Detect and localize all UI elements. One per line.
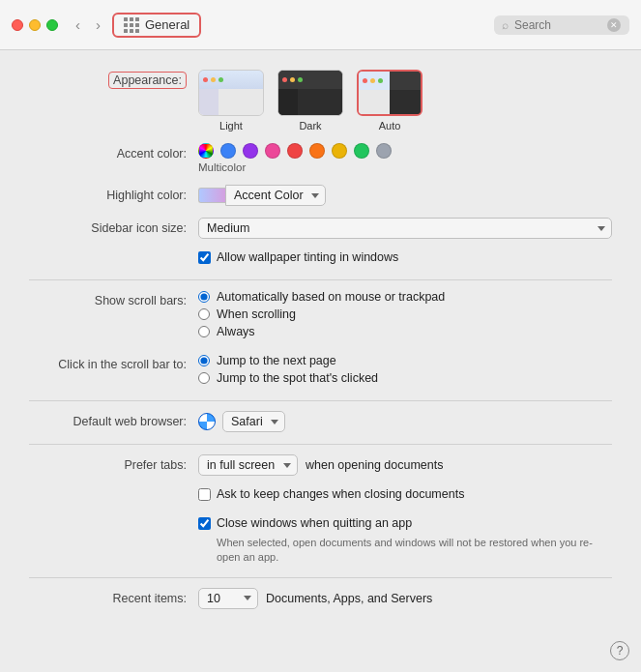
click-next-page-row: Jump to the next page xyxy=(198,354,612,367)
wallpaper-tinting-row: Allow wallpaper tinting in windows xyxy=(29,250,612,268)
divider-4 xyxy=(29,577,612,578)
ask-keep-row: Ask to keep changes when closing documen… xyxy=(29,487,612,505)
close-windows-checkbox-row: Close windows when quitting an app xyxy=(198,516,612,530)
close-windows-description: When selected, open documents and window… xyxy=(217,536,612,566)
appearance-dark-thumb xyxy=(277,70,343,116)
highlight-preview xyxy=(198,188,225,203)
appearance-label: Appearance: xyxy=(108,72,187,89)
click-spot-label: Jump to the spot that's clicked xyxy=(217,371,378,385)
minimize-button[interactable] xyxy=(29,19,41,31)
prefer-tabs-select[interactable]: always in full screen manually xyxy=(198,454,298,476)
click-spot-row: Jump to the spot that's clicked xyxy=(198,371,612,385)
traffic-lights xyxy=(12,19,58,31)
accent-pink[interactable] xyxy=(265,143,280,159)
prefer-tabs-label: Prefer tabs: xyxy=(29,454,198,472)
divider-2 xyxy=(29,400,612,401)
close-windows-label: Close windows when quitting an app xyxy=(217,516,412,530)
prefer-tabs-control: always in full screen manually when open… xyxy=(198,454,612,476)
recent-items-suffix: Documents, Apps, and Servers xyxy=(266,592,432,605)
scroll-auto-row: Automatically based on mouse or trackpad xyxy=(198,290,612,304)
accent-graphite[interactable] xyxy=(376,143,392,159)
appearance-auto[interactable]: Auto xyxy=(357,70,422,131)
appearance-light-thumb xyxy=(198,70,264,116)
window-title: General xyxy=(145,17,189,32)
scroll-always-radio[interactable] xyxy=(198,326,210,337)
highlight-color-label: Highlight color: xyxy=(29,185,198,202)
accent-orange[interactable] xyxy=(309,143,325,159)
search-clear-button[interactable]: ✕ xyxy=(607,18,621,32)
default-browser-label: Default web browser: xyxy=(29,411,198,428)
close-button[interactable] xyxy=(12,19,23,31)
browser-select[interactable]: Safari xyxy=(222,411,285,432)
forward-button[interactable]: › xyxy=(92,15,104,35)
scroll-when-label: When scrolling xyxy=(217,307,296,321)
sidebar-icon-size-row: Sidebar icon size: Small Medium Large xyxy=(29,218,612,239)
show-scroll-bars-label: Show scroll bars: xyxy=(29,290,198,307)
accent-colors xyxy=(198,143,612,159)
highlight-color-row: Highlight color: Accent Color xyxy=(29,185,612,206)
click-next-page-label: Jump to the next page xyxy=(217,354,336,367)
browser-select-row: Safari xyxy=(198,411,612,432)
click-next-page-radio[interactable] xyxy=(198,355,210,366)
search-bar[interactable]: ⌕ ✕ xyxy=(494,15,629,35)
help-button[interactable]: ? xyxy=(610,641,629,660)
appearance-dark-label: Dark xyxy=(299,120,321,131)
ask-keep-label: Ask to keep changes when closing documen… xyxy=(217,487,464,501)
title-section: General xyxy=(112,13,201,38)
divider-3 xyxy=(29,444,612,445)
prefer-tabs-suffix: when opening documents xyxy=(306,458,443,472)
accent-color-label: Accent color: xyxy=(29,143,198,161)
titlebar: ‹ › General ⌕ ✕ xyxy=(0,0,641,50)
close-windows-row: Close windows when quitting an app When … xyxy=(29,516,612,566)
accent-selected-label: Multicolor xyxy=(198,161,612,173)
back-button[interactable]: ‹ xyxy=(72,15,84,35)
highlight-select-wrap: Accent Color xyxy=(198,185,612,206)
search-icon: ⌕ xyxy=(502,18,509,32)
accent-green[interactable] xyxy=(354,143,369,159)
grid-icon xyxy=(124,17,139,33)
wallpaper-tinting-checkbox-row: Allow wallpaper tinting in windows xyxy=(198,250,612,264)
appearance-dark[interactable]: Dark xyxy=(277,70,343,131)
wallpaper-tinting-label: Allow wallpaper tinting in windows xyxy=(217,250,398,264)
accent-blue[interactable] xyxy=(220,143,236,159)
scroll-when-row: When scrolling xyxy=(198,307,612,321)
default-browser-row: Default web browser: Safari xyxy=(29,411,612,432)
prefer-tabs-row: Prefer tabs: always in full screen manua… xyxy=(29,454,612,476)
recent-items-select[interactable]: 5 10 15 20 30 50 None xyxy=(198,588,258,609)
recent-items-control: 5 10 15 20 30 50 None Documents, Apps, a… xyxy=(198,588,612,609)
accent-red[interactable] xyxy=(287,143,303,159)
show-scroll-bars-row: Show scroll bars: Automatically based on… xyxy=(29,290,612,342)
click-spot-radio[interactable] xyxy=(198,372,210,384)
ask-keep-checkbox[interactable] xyxy=(198,488,211,501)
appearance-light-label: Light xyxy=(219,120,243,131)
recent-items-row: Recent items: 5 10 15 20 30 50 None Docu… xyxy=(29,588,612,609)
scroll-always-row: Always xyxy=(198,325,612,338)
safari-icon xyxy=(198,413,216,430)
accent-purple[interactable] xyxy=(243,143,258,159)
sidebar-icon-size-select[interactable]: Small Medium Large xyxy=(198,218,612,239)
highlight-color-select[interactable]: Accent Color xyxy=(225,185,326,206)
scroll-always-label: Always xyxy=(217,325,255,338)
search-input[interactable] xyxy=(514,18,601,32)
scroll-auto-radio[interactable] xyxy=(198,291,210,303)
wallpaper-tinting-checkbox[interactable] xyxy=(198,251,211,264)
ask-keep-checkbox-row: Ask to keep changes when closing documen… xyxy=(198,487,612,501)
appearance-row: Appearance: Light xyxy=(29,70,612,131)
recent-items-label: Recent items: xyxy=(29,588,198,605)
appearance-auto-label: Auto xyxy=(379,120,401,131)
preferences-content: Appearance: Light xyxy=(0,50,641,672)
divider-1 xyxy=(29,279,612,280)
click-scroll-bar-row: Click in the scroll bar to: Jump to the … xyxy=(29,354,612,389)
accent-color-row: Accent color: Multicolor xyxy=(29,143,612,173)
zoom-button[interactable] xyxy=(46,19,58,31)
click-scroll-bar-label: Click in the scroll bar to: xyxy=(29,354,198,371)
scroll-when-radio[interactable] xyxy=(198,308,210,320)
scroll-auto-label: Automatically based on mouse or trackpad xyxy=(217,290,445,304)
appearance-options: Light Dark xyxy=(198,70,612,131)
sidebar-icon-size-label: Sidebar icon size: xyxy=(29,218,198,235)
appearance-light[interactable]: Light xyxy=(198,70,264,131)
accent-multicolor[interactable] xyxy=(198,143,214,159)
appearance-auto-thumb xyxy=(357,70,422,116)
accent-yellow[interactable] xyxy=(332,143,347,159)
close-windows-checkbox[interactable] xyxy=(198,517,211,530)
